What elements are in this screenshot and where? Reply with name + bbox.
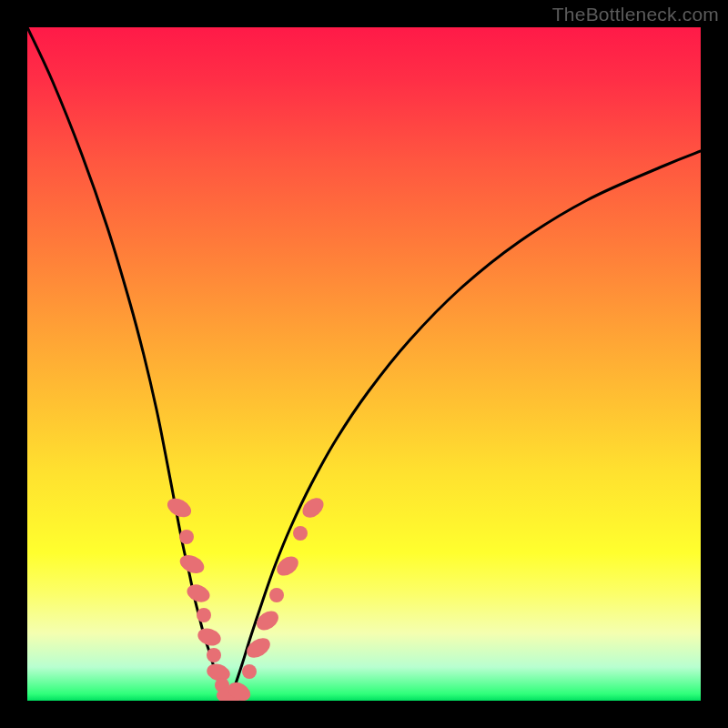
data-point xyxy=(197,608,211,622)
data-point xyxy=(185,581,213,605)
data-point xyxy=(196,625,223,648)
marker-layer xyxy=(164,494,327,701)
data-point xyxy=(177,551,207,577)
data-point xyxy=(207,648,221,662)
data-point xyxy=(242,664,257,679)
data-point xyxy=(179,530,194,544)
chart-svg xyxy=(27,27,701,701)
chart-plot-area xyxy=(27,27,701,701)
data-point xyxy=(269,588,284,602)
data-point xyxy=(164,494,194,521)
watermark-text: TheBottleneck.com xyxy=(552,4,719,25)
curve-right-branch xyxy=(229,151,701,701)
chart-frame: TheBottleneck.com xyxy=(0,0,728,728)
data-point xyxy=(253,607,282,633)
curve-layer xyxy=(27,27,701,701)
data-point xyxy=(243,634,273,662)
data-point xyxy=(293,526,308,541)
